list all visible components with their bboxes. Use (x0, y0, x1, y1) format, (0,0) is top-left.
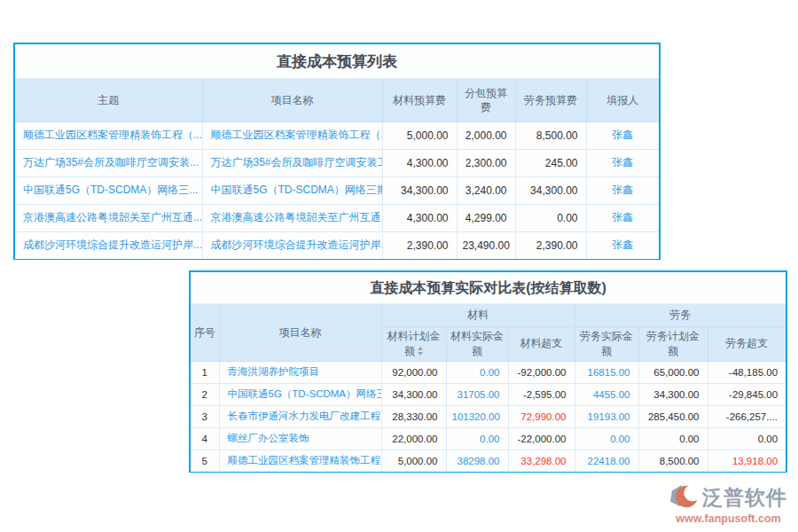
budget-subcontract-cell: 3,240.00 (457, 176, 515, 204)
compare-table-body: 1青海洪湖养护院项目92,000.000.00-92,000.0016815.0… (191, 361, 786, 472)
budget-project-link[interactable]: 中国联通5G（TD-SCDMA）网络三期... (202, 176, 382, 204)
material-plan-label: 材料计划金额 (387, 330, 441, 356)
seq-cell: 5 (191, 450, 219, 472)
compare-table-row: 5顺德工业园区档案管理精装饰工程5,000.0038298.0033,298.0… (191, 450, 786, 472)
material-over-cell: -92,000.00 (508, 361, 575, 383)
material-actual-cell: 31705.00 (446, 383, 508, 405)
budget-material-cell: 2,390.00 (382, 231, 457, 259)
budget-table-row: 京港澳高速公路粤境韶关至广州互通...京港澳高速公路粤境韶关至广州互通...4,… (15, 204, 659, 231)
fanpu-logo-text: 泛普软件 (702, 484, 787, 512)
col-header-seq: 序号 (191, 304, 219, 361)
col-header-material-over: 材料超支 (508, 326, 575, 361)
budget-subject-link[interactable]: 京港澳高速公路粤境韶关至广州互通... (15, 204, 202, 231)
compare-project-link[interactable]: 螺丝厂办公室装饰 (219, 427, 381, 450)
budget-header-row: 主题 项目名称 材料预算费 分包预算费 劳务预算费 填报人 (15, 79, 659, 121)
compare-project-link[interactable]: 顺德工业园区档案管理精装饰工程 (219, 450, 381, 472)
compare-project-link[interactable]: 长春市伊通河水力发电厂改建工程 (219, 405, 381, 427)
compare-table-row: 4螺丝厂办公室装饰22,000.000.00-22,000.000.000.00… (191, 427, 786, 450)
labor-plan-cell: 285,450.00 (638, 405, 708, 427)
labor-over-cell: -48,185.00 (708, 361, 786, 383)
budget-subject-link[interactable]: 成都沙河环境综合提升改造运河护岸... (15, 231, 202, 259)
budget-list-table: 主题 项目名称 材料预算费 分包预算费 劳务预算费 填报人 顺德工业园区档案管理… (15, 79, 659, 259)
col-header-reporter: 填报人 (586, 79, 659, 121)
budget-subcontract-cell: 2,300.00 (457, 149, 515, 176)
compare-panel: 直接成本预算实际对比表(按结算取数) 序号 项目名称 材料 劳务 材料计划金额 … (189, 270, 787, 473)
fanpu-logo-icon (669, 483, 700, 512)
budget-material-cell: 5,000.00 (382, 121, 457, 149)
seq-cell: 3 (191, 405, 219, 427)
compare-table: 序号 项目名称 材料 劳务 材料计划金额 材料实际金额 材料超支 劳务实际金额 … (191, 304, 786, 472)
material-actual-cell: 0.00 (446, 361, 508, 383)
col-header-labor-plan: 劳务计划金额 (638, 326, 708, 361)
budget-project-link[interactable]: 成都沙河环境综合提升改造运河护岸... (202, 231, 382, 259)
labor-actual-cell: 19193.00 (575, 405, 638, 427)
group-header-material: 材料 (381, 304, 575, 326)
compare-group-header-row: 序号 项目名称 材料 劳务 (191, 304, 786, 326)
labor-actual-cell: 16815.00 (575, 361, 638, 383)
material-actual-cell: 38298.00 (446, 450, 508, 472)
budget-table-row: 成都沙河环境综合提升改造运河护岸...成都沙河环境综合提升改造运河护岸...2,… (15, 231, 659, 259)
labor-actual-cell: 4455.00 (575, 383, 638, 405)
budget-reporter-link[interactable]: 张鑫 (586, 204, 659, 231)
budget-subcontract-cell: 2,000.00 (457, 121, 515, 149)
budget-reporter-link[interactable]: 张鑫 (586, 231, 659, 259)
col-header-project-name: 项目名称 (219, 304, 381, 361)
compare-project-link[interactable]: 青海洪湖养护院项目 (219, 361, 381, 383)
material-over-cell: 33,298.00 (508, 450, 575, 472)
material-over-cell: 72,990.00 (508, 405, 575, 427)
budget-list-panel: 直接成本预算列表 主题 项目名称 材料预算费 分包预算费 劳务预算费 填报人 顺… (13, 43, 661, 260)
compare-table-row: 2中国联通5G（TD-SCDMA）网络三期...34,300.0031705.0… (191, 383, 786, 405)
material-actual-cell: 101320.00 (446, 405, 508, 427)
sort-icon[interactable] (418, 347, 423, 356)
budget-table-body: 顺德工业园区档案管理精装饰工程（...顺德工业园区档案管理精装饰工程（...5,… (15, 121, 659, 259)
budget-labor-cell: 8,500.00 (515, 121, 586, 149)
col-header-labor-budget: 劳务预算费 (515, 79, 586, 121)
col-header-material-actual: 材料实际金额 (446, 326, 508, 361)
seq-cell: 4 (191, 427, 219, 450)
budget-labor-cell: 0.00 (515, 204, 586, 231)
col-header-subject: 主题 (15, 79, 202, 121)
fanpu-logo-url: www.fanpusoft.com (669, 512, 787, 525)
material-over-cell: -2,595.00 (508, 383, 575, 405)
labor-over-cell: 0.00 (708, 427, 786, 450)
budget-table-row: 万达广场35#会所及咖啡厅空调安装...万达广场35#会所及咖啡厅空调安装工程4… (15, 149, 659, 176)
budget-material-cell: 34,300.00 (382, 176, 457, 204)
material-over-cell: -22,000.00 (508, 427, 575, 450)
material-actual-cell: 0.00 (446, 427, 508, 450)
budget-table-row: 中国联通5G（TD-SCDMA）网络三...中国联通5G（TD-SCDMA）网络… (15, 176, 659, 204)
budget-table-row: 顺德工业园区档案管理精装饰工程（...顺德工业园区档案管理精装饰工程（...5,… (15, 121, 659, 149)
budget-subject-link[interactable]: 顺德工业园区档案管理精装饰工程（... (15, 121, 202, 149)
labor-plan-cell: 34,300.00 (638, 383, 708, 405)
material-plan-cell: 92,000.00 (381, 361, 446, 383)
compare-project-link[interactable]: 中国联通5G（TD-SCDMA）网络三期... (219, 383, 381, 405)
labor-over-cell: -29,845.00 (708, 383, 786, 405)
labor-over-cell: -266,257.... (708, 405, 786, 427)
material-plan-cell: 22,000.00 (381, 427, 446, 450)
budget-labor-cell: 245.00 (515, 149, 586, 176)
budget-reporter-link[interactable]: 张鑫 (586, 121, 659, 149)
col-header-material-budget: 材料预算费 (382, 79, 457, 121)
col-header-subcontract-budget: 分包预算费 (457, 79, 515, 121)
budget-project-link[interactable]: 京港澳高速公路粤境韶关至广州互通... (202, 204, 382, 231)
budget-subcontract-cell: 4,299.00 (457, 204, 515, 231)
col-header-labor-actual: 劳务实际金额 (575, 326, 638, 361)
seq-cell: 2 (191, 383, 219, 405)
col-header-material-plan[interactable]: 材料计划金额 (381, 326, 446, 361)
labor-plan-cell: 0.00 (638, 427, 708, 450)
budget-labor-cell: 34,300.00 (515, 176, 586, 204)
budget-project-link[interactable]: 顺德工业园区档案管理精装饰工程（... (202, 121, 382, 149)
budget-material-cell: 4,300.00 (382, 204, 457, 231)
col-header-project: 项目名称 (202, 79, 382, 121)
budget-reporter-link[interactable]: 张鑫 (586, 149, 659, 176)
budget-subject-link[interactable]: 万达广场35#会所及咖啡厅空调安装... (15, 149, 202, 176)
budget-project-link[interactable]: 万达广场35#会所及咖啡厅空调安装工程 (202, 149, 382, 176)
seq-cell: 1 (191, 361, 219, 383)
budget-list-title: 直接成本预算列表 (15, 44, 659, 79)
labor-actual-cell: 22418.00 (575, 450, 638, 472)
material-plan-cell: 5,000.00 (381, 450, 446, 472)
budget-reporter-link[interactable]: 张鑫 (586, 176, 659, 204)
budget-labor-cell: 2,390.00 (515, 231, 586, 259)
budget-subject-link[interactable]: 中国联通5G（TD-SCDMA）网络三... (15, 176, 202, 204)
col-header-labor-over: 劳务超支 (708, 326, 786, 361)
labor-actual-cell: 0.00 (575, 427, 638, 450)
